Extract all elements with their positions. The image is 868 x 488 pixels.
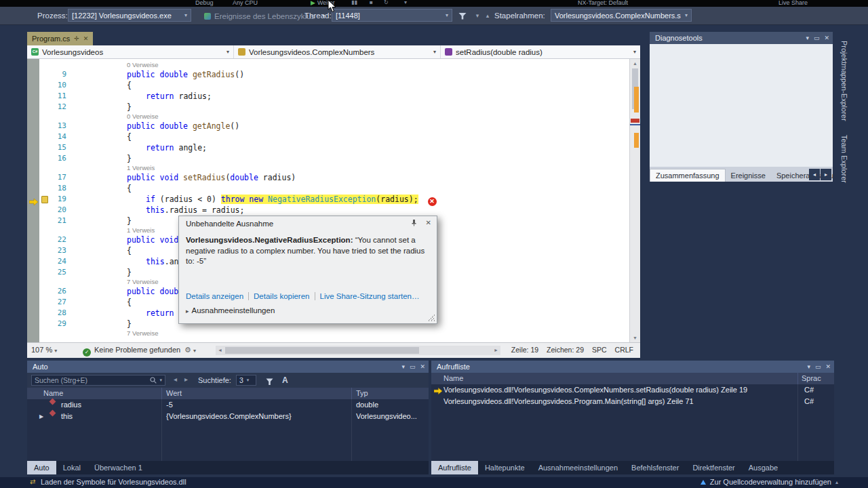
stack-frame-row[interactable]: Vorlesungsvideos.dll!Vorlesungsvideos.Co… (431, 384, 834, 396)
codelens-row[interactable]: 0 Verweise (27, 61, 629, 69)
code-line-13[interactable]: 13public double getAngle() (27, 121, 629, 131)
column-header[interactable]: Wert (166, 388, 182, 399)
code-health-indicator[interactable]: ✓Keine Probleme gefunden (83, 346, 180, 357)
tab-aufrufliste[interactable]: Aufrufliste (431, 461, 478, 474)
toolbar-item[interactable]: Live Share (778, 0, 808, 7)
variable-row[interactable]: radius-5double (27, 399, 429, 411)
stack-down-icon[interactable]: ▾ (473, 11, 482, 20)
toolbar-item[interactable]: Debug (195, 0, 214, 7)
exception-settings-expander[interactable]: ▸Ausnahmeeinstellungen (186, 306, 275, 314)
toolbar-item[interactable]: NX-Target: Default (578, 0, 628, 7)
codelens-row[interactable]: 0 Verweise (27, 113, 629, 121)
thread-dropdown[interactable]: [11448] ▾ (332, 9, 452, 22)
code-line-14[interactable]: 14{ (27, 131, 629, 142)
code-line-10[interactable]: 10{ (27, 80, 629, 91)
code-line-17[interactable]: 17public void setRadius(double radius) (27, 172, 629, 183)
resize-grip[interactable] (428, 314, 435, 321)
tab-lokal[interactable]: Lokal (56, 461, 87, 474)
codelens-row[interactable]: 7 Verweise (27, 329, 629, 338)
expander-icon[interactable]: ▶ (39, 411, 43, 422)
stackframe-dropdown[interactable]: Vorlesungsvideos.ComplexNumbers.setRa ▾ (551, 9, 692, 22)
window-menu-icon[interactable]: ▾ (401, 361, 405, 373)
editor-vertical-scrollbar[interactable]: ▲ ▼ (629, 59, 640, 342)
tab-ausnahmeeinstellungen[interactable]: Ausnahmeeinstellungen (532, 461, 625, 474)
column-separator[interactable] (161, 388, 162, 399)
format-icon[interactable]: A (282, 375, 288, 385)
variable-value[interactable]: -5 (166, 399, 173, 411)
column-separator[interactable] (351, 388, 352, 399)
window-icon[interactable]: ▭ (815, 361, 821, 373)
diag-tab-zusammenfassung[interactable]: Zusammenfassung (650, 169, 726, 182)
codelens-references[interactable]: 7 Verweise (79, 329, 629, 338)
toolbar-item[interactable]: Any CPU (233, 0, 258, 7)
codelens-references[interactable]: 0 Verweise (79, 113, 629, 121)
tab-scroll-left-icon[interactable]: ◂ (809, 169, 820, 180)
editor-horizontal-scrollbar[interactable]: ◄ ► (216, 346, 500, 355)
add-to-source-control-button[interactable]: Zur Quellcodeverwaltung hinzufügen ▴ (701, 478, 838, 486)
code-line-16[interactable]: 16} (27, 153, 629, 164)
codelens-references[interactable]: 0 Verweise (79, 61, 629, 69)
pin-icon[interactable] (410, 219, 418, 226)
variable-value[interactable]: {Vorlesungsvideos.ComplexNumbers} (166, 411, 292, 422)
stack-frame-row[interactable]: Vorlesungsvideos.dll!Vorlesungsvideos.Pr… (431, 396, 834, 407)
project-dropdown[interactable]: C# Vorlesungsvideos ▾ (27, 45, 234, 58)
window-menu-icon[interactable]: ▾ (806, 32, 809, 44)
scroll-left-icon[interactable]: ◄ (216, 346, 224, 355)
close-icon[interactable]: ✕ (426, 219, 431, 226)
diag-tab-ereignisse[interactable]: Ereignisse (726, 169, 771, 182)
code-line-20[interactable]: 20this.radius = radius; (27, 205, 629, 216)
filter-icon[interactable] (266, 378, 273, 386)
tab-scroll-right-icon[interactable]: ▸ (821, 169, 831, 180)
diagnostics-title-bar[interactable]: Diagnosetools ▾ ▭ ✕ (650, 32, 833, 44)
close-icon[interactable]: ✕ (824, 32, 829, 44)
auto-title-bar[interactable]: Auto ▾ ▭ ✕ (27, 361, 429, 373)
window-icon[interactable]: ▭ (410, 361, 416, 373)
exception-link[interactable]: Details anzeigen (186, 292, 243, 300)
variable-row[interactable]: ▶this{Vorlesungsvideos.ComplexNumbers}Vo… (27, 411, 429, 422)
code-line-9[interactable]: 9public double getRadius() (27, 69, 629, 80)
health-options-button[interactable]: ⚙ ▾ (184, 346, 196, 354)
search-depth-dropdown[interactable]: 3 ▾ (236, 375, 256, 386)
filter-threads-icon[interactable] (458, 12, 467, 20)
tab-direktfenster[interactable]: Direktfenster (686, 461, 741, 474)
search-input[interactable]: Suchen (Strg+E) ▾ (31, 375, 165, 386)
scroll-down-icon[interactable]: ▼ (630, 333, 640, 342)
codelens-references[interactable]: 1 Verweis (79, 164, 629, 172)
class-dropdown[interactable]: Vorlesungsvideos.ComplexNumbers ▾ (234, 45, 441, 58)
stack-up-icon[interactable]: ▴ (483, 11, 492, 20)
column-header[interactable]: Name (443, 373, 463, 384)
tab-haltepunkte[interactable]: Haltepunkte (478, 461, 532, 474)
process-dropdown[interactable]: [12232] Vorlesungsvideos.exe ▾ (68, 9, 191, 22)
stop-icon[interactable]: ■ (370, 0, 373, 7)
restart-icon[interactable]: ↻ (384, 0, 389, 7)
pause-icon[interactable]: ▮▮ (351, 0, 357, 7)
chevron-down-icon[interactable]: ▾ (159, 375, 162, 385)
column-header[interactable]: Name (43, 388, 63, 399)
forward-icon[interactable]: ▸ (184, 375, 188, 383)
back-icon[interactable]: ◂ (174, 375, 177, 383)
chevron-down-icon[interactable]: ▾ (404, 0, 407, 7)
codelens-row[interactable]: 1 Verweis (27, 164, 629, 172)
code-line-15[interactable]: 15return angle; (27, 142, 629, 153)
exception-link[interactable]: Live Share-Sitzung starten… (320, 292, 420, 300)
scroll-right-icon[interactable]: ► (492, 346, 500, 355)
close-icon[interactable]: ✕ (83, 35, 89, 42)
tab--berwachen-1[interactable]: Überwachen 1 (87, 461, 149, 474)
pin-icon[interactable]: ✛ (74, 35, 79, 42)
column-header[interactable]: Sprac (802, 373, 821, 384)
window-menu-icon[interactable]: ▾ (807, 361, 810, 373)
line-ending-indicator[interactable]: CRLF (615, 346, 633, 354)
tab-ausgabe[interactable]: Ausgabe (742, 461, 785, 474)
tab-befehlsfenster[interactable]: Befehlsfenster (625, 461, 686, 474)
close-icon[interactable]: ✕ (825, 361, 831, 373)
dock-tab-team-explorer[interactable]: Team Explorer (837, 128, 852, 190)
column-separator[interactable] (797, 373, 798, 384)
zoom-dropdown[interactable]: 107 % ▾ (31, 346, 57, 354)
column-header[interactable]: Typ (356, 388, 368, 399)
window-icon[interactable]: ▭ (814, 32, 820, 44)
dock-tab-projektmappen-explorer[interactable]: Projektmappen-Explorer (837, 34, 852, 128)
member-dropdown[interactable]: setRadius(double radius) ▾ (441, 45, 640, 58)
tab-auto[interactable]: Auto (27, 461, 56, 474)
spaces-indicator[interactable]: SPC (592, 346, 607, 354)
close-icon[interactable]: ✕ (420, 361, 425, 373)
